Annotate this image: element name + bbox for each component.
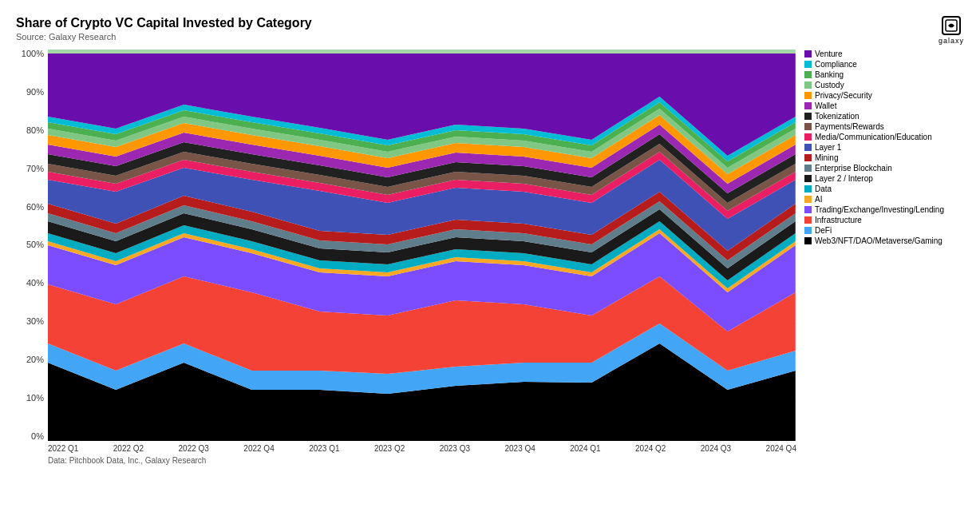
legend-item-16: Infrastructure [804, 216, 964, 224]
legend-color-15 [804, 206, 812, 213]
legend-item-18: Web3/NFT/DAO/Metaverse/Gaming [804, 236, 964, 245]
legend-label-6: Tokenization [815, 112, 859, 121]
chart-body: 100% 90% 80% 70% 60% 50% 40% 30% 20% 10%… [16, 50, 964, 441]
legend-label-10: Mining [815, 153, 838, 162]
galaxy-logo: galaxy [939, 16, 964, 45]
legend-color-14 [804, 196, 812, 203]
legend-color-13 [804, 185, 812, 192]
legend-color-11 [804, 165, 812, 172]
legend-color-7 [804, 123, 812, 130]
x-label-1: 2022 Q2 [113, 444, 144, 453]
y-label-60: 60% [26, 203, 44, 212]
legend-color-5 [804, 102, 812, 109]
legend-color-10 [804, 154, 812, 161]
x-label-3: 2022 Q4 [243, 444, 274, 453]
legend-label-5: Wallet [815, 101, 836, 110]
legend-item-4: Privacy/Security [804, 91, 964, 100]
legend-label-4: Privacy/Security [815, 91, 872, 100]
legend-label-1: Compliance [815, 60, 857, 69]
legend-item-8: Media/Communication/Education [804, 133, 964, 141]
stacked-area-chart [48, 50, 796, 441]
legend-item-13: Data [804, 185, 964, 193]
chart-footer: Data: Pitchbook Data, Inc., Galaxy Resea… [48, 456, 964, 465]
legend-label-18: Web3/NFT/DAO/Metaverse/Gaming [815, 236, 942, 245]
legend-item-5: Wallet [804, 101, 964, 110]
legend-color-4 [804, 92, 812, 99]
y-label-90: 90% [26, 88, 44, 97]
legend-item-11: Enterprise Blockchain [804, 164, 964, 173]
legend-item-17: DeFi [804, 226, 964, 235]
legend-item-1: Compliance [804, 60, 964, 69]
y-label-100: 100% [22, 50, 44, 58]
galaxy-logo-icon [942, 16, 961, 35]
chart-area [48, 50, 796, 441]
legend-color-8 [804, 133, 812, 141]
y-label-10: 10% [26, 394, 44, 403]
legend-item-3: Custody [804, 81, 964, 89]
y-label-40: 40% [26, 279, 44, 288]
legend-item-6: Tokenization [804, 112, 964, 121]
x-axis: 2022 Q12022 Q22022 Q32022 Q42023 Q12023 … [48, 444, 796, 453]
x-label-0: 2022 Q1 [48, 444, 78, 453]
legend-item-7: Payments/Rewards [804, 122, 964, 131]
legend-label-12: Layer 2 / Interop [815, 174, 873, 183]
legend-item-0: Venture [804, 50, 964, 58]
chart-source: Source: Galaxy Research [16, 32, 964, 42]
legend-color-6 [804, 113, 812, 120]
legend-color-17 [804, 227, 812, 234]
chart-title: Share of Crypto VC Capital Invested by C… [16, 16, 964, 30]
legend-label-13: Data [815, 185, 832, 193]
x-label-8: 2024 Q1 [570, 444, 600, 453]
x-label-6: 2023 Q3 [440, 444, 470, 453]
x-label-11: 2024 Q4 [766, 444, 796, 453]
legend: Venture Compliance Banking Custody Priva… [796, 50, 964, 441]
y-label-0: 0% [31, 432, 44, 441]
x-label-5: 2023 Q2 [374, 444, 405, 453]
legend-item-12: Layer 2 / Interop [804, 174, 964, 183]
x-label-4: 2023 Q1 [309, 444, 339, 453]
legend-label-9: Layer 1 [815, 143, 841, 152]
legend-label-0: Venture [815, 50, 842, 58]
x-label-10: 2024 Q3 [701, 444, 731, 453]
area-top [48, 50, 796, 54]
legend-color-3 [804, 81, 812, 89]
x-label-2: 2022 Q3 [179, 444, 209, 453]
y-label-70: 70% [26, 165, 44, 173]
legend-color-18 [804, 237, 812, 244]
legend-item-10: Mining [804, 153, 964, 162]
legend-color-0 [804, 50, 812, 58]
legend-label-8: Media/Communication/Education [815, 133, 932, 141]
x-label-9: 2024 Q2 [635, 444, 666, 453]
legend-color-2 [804, 71, 812, 78]
y-label-80: 80% [26, 126, 44, 135]
legend-color-16 [804, 216, 812, 224]
x-label-7: 2023 Q4 [504, 444, 535, 453]
y-axis: 100% 90% 80% 70% 60% 50% 40% 30% 20% 10%… [16, 50, 48, 441]
legend-label-2: Banking [815, 70, 844, 79]
y-label-30: 30% [26, 317, 44, 326]
legend-item-14: AI [804, 195, 964, 204]
legend-label-15: Trading/Exchange/Investing/Lending [815, 205, 944, 214]
legend-item-9: Layer 1 [804, 143, 964, 152]
y-label-50: 50% [26, 240, 44, 249]
legend-label-3: Custody [815, 81, 844, 89]
y-label-20: 20% [26, 355, 44, 364]
legend-label-17: DeFi [815, 226, 832, 235]
legend-label-16: Infrastructure [815, 216, 862, 224]
legend-color-1 [804, 61, 812, 68]
legend-item-15: Trading/Exchange/Investing/Lending [804, 205, 964, 214]
legend-color-9 [804, 144, 812, 151]
legend-label-11: Enterprise Blockchain [815, 164, 892, 173]
galaxy-logo-text: galaxy [939, 37, 964, 45]
legend-color-12 [804, 175, 812, 182]
chart-container: Share of Crypto VC Capital Invested by C… [0, 0, 980, 512]
legend-label-7: Payments/Rewards [815, 122, 884, 131]
legend-item-2: Banking [804, 70, 964, 79]
legend-label-14: AI [815, 195, 822, 204]
